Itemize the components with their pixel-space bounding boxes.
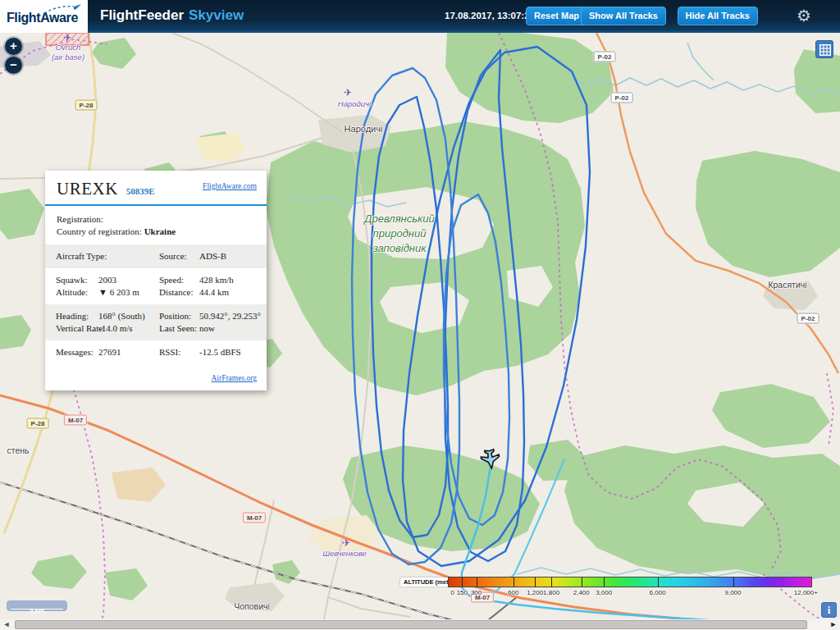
airbase-plane-icon: ✈ [63,33,71,43]
settings-gear-icon[interactable]: ⚙ [797,6,811,25]
legend-tick: 150 [457,589,468,596]
road-shield-p02-a: P-02 [594,52,616,62]
horizontal-scrollbar[interactable]: ◄ ► [0,619,840,630]
legend-tick: 6,000 [650,589,666,596]
road-shield-p28-top: P-28 [75,100,98,111]
reset-map-button[interactable]: Reset Map [526,7,587,25]
legend-tick: 300 [471,589,482,596]
legend-tick: 9,000 [725,589,742,596]
hide-all-tracks-button[interactable]: Hide All Tracks [678,7,758,25]
narodychi-airfield-label: Народичі [338,99,371,108]
header-bar: FlightAware FlightFeederSkyview 17.08.20… [0,0,840,33]
app-title: FlightFeederSkyview [100,7,244,24]
road-shield-m07-a: M-07 [64,415,87,426]
shevchenkove-plane-icon: ✈ [342,537,350,549]
registration-label: Registration: [57,214,103,224]
panel-row: Messages: 27691 RSSI: -12.5 dBFS [45,340,267,364]
scroll-right-arrow-icon[interactable]: ► [829,620,838,629]
town-narodychi: Народичі [345,124,383,134]
country-value: Ukraine [144,226,176,236]
town-krasiatychi: Красятичі [768,280,806,290]
aircraft-callsign: UREXK [57,179,118,199]
road-shield-m07-b: M-07 [243,513,266,523]
legend-tick: 2,400 [573,589,590,596]
airbase-sublabel: (air base) [52,52,84,62]
panel-row: Aircraft Type: Source: ADS-B [45,244,267,268]
app-title-sub: Skyview [189,7,244,23]
reserve-label-line2: природний [373,226,427,241]
legend-tick: 0 [450,589,454,596]
legend-tick: 12,000+ [794,589,818,596]
zoom-in-button[interactable]: + [5,38,22,55]
road-shield-p02-c: P-02 [797,313,819,324]
scroll-left-arrow-icon[interactable]: ◄ [2,620,11,629]
country-label: Country of registration: [57,226,142,236]
registration-block: Registration: Country of registration: U… [45,206,267,244]
town-partial: стень [7,445,29,455]
road-shield-p28-left: P-28 [27,418,49,429]
flightaware-com-link[interactable]: FlightAware.com [203,182,257,190]
panel-row: Squawk:Altitude: 2003▼ 6 203 m Speed:Dis… [45,268,267,304]
narodychi-airfield-plane-icon: ✈ [344,87,352,98]
legend-tick: 3,000 [596,589,612,596]
panel-row: Heading:Vertical Rate: 168° (South)-14.0… [45,304,267,340]
flightaware-plane-icon [43,2,85,15]
altitude-gradient-bar: 0 150 300 600 1,200 1,800 2,400 3,000 6,… [448,577,812,587]
airbase-label: Ovruch [56,43,81,52]
zoom-out-button[interactable]: − [5,57,22,74]
aircraft-hex-code: 50839E [126,186,155,196]
show-all-tracks-button[interactable]: Show All Tracks [581,7,666,25]
grid-icon [819,44,831,56]
town-chopovychi: Чоповичі [234,601,270,611]
flightaware-logo[interactable]: FlightAware [0,0,88,33]
road-shield-p02-b: P-02 [611,93,633,103]
aircraft-info-panel: UREXK 50839E FlightAware.com Registratio… [45,171,267,390]
clock: 17.08.2017, 13:07:28 [445,11,535,21]
scrollbar-thumb[interactable] [15,620,807,629]
overview-map-button[interactable] [815,40,833,58]
map-scale: 5 km [7,600,67,611]
skyview-app: Ovruch (air base) ✈ ✈ Народичі Народичі … [0,0,840,630]
reserve-label-line3: заповідник [373,241,427,256]
app-title-main: FlightFeeder [100,7,184,23]
airframes-org-link[interactable]: AirFrames.org [212,374,258,382]
legend-tick: 1,200 [527,589,543,596]
legend-tick: 1,800 [543,589,559,596]
info-button[interactable]: i [821,602,837,618]
reserve-label-line1: Древлянський [364,212,434,226]
shevchenkove-airfield-label: Шевченкове [322,549,367,558]
legend-tick: 600 [508,589,518,596]
